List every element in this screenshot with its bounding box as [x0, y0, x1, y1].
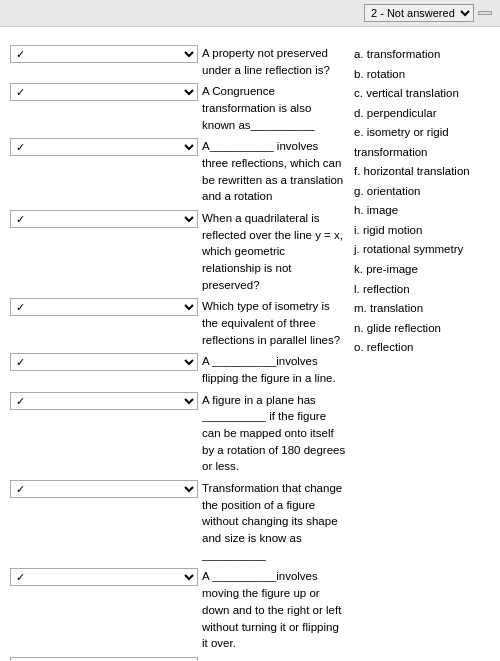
- question-text-4: When a quadrilateral is reflected over t…: [202, 210, 346, 293]
- answer-select-3[interactable]: ✓a. transformationb. rotationc. vertical…: [10, 138, 198, 156]
- answer-item-11: k. pre-image: [354, 260, 490, 280]
- question-row: ✓a. transformationb. rotationc. vertical…: [10, 210, 346, 293]
- question-text-5: Which type of isometry is the equivalent…: [202, 298, 346, 348]
- answer-item-7: g. orientation: [354, 182, 490, 202]
- answer-select-10[interactable]: ✓a. transformationb. rotationc. vertical…: [10, 657, 198, 661]
- answer-item-14: n. glide reflection: [354, 319, 490, 339]
- question-text-6: A __________involves flipping the figure…: [202, 353, 346, 386]
- main-content: ✓a. transformationb. rotationc. vertical…: [0, 27, 500, 661]
- answer-item-9: i. rigid motion: [354, 221, 490, 241]
- answer-select-9[interactable]: ✓a. transformationb. rotationc. vertical…: [10, 568, 198, 586]
- question-text-3: A__________ involves three reflections, …: [202, 138, 346, 205]
- goto-button[interactable]: [478, 11, 492, 15]
- question-text-7: A figure in a plane has __________ if th…: [202, 392, 346, 475]
- answer-select-1[interactable]: ✓a. transformationb. rotationc. vertical…: [10, 45, 198, 63]
- question-row: ✓a. transformationb. rotationc. vertical…: [10, 568, 346, 651]
- answer-item-3: c. vertical translation: [354, 84, 490, 104]
- answer-item-12: l. reflection: [354, 280, 490, 300]
- question-row: ✓a. transformationb. rotationc. vertical…: [10, 298, 346, 348]
- answer-select-8[interactable]: ✓a. transformationb. rotationc. vertical…: [10, 480, 198, 498]
- question-text-10: A __________ is performed by sliding a p…: [202, 657, 346, 661]
- question-row: ✓a. transformationb. rotationc. vertical…: [10, 83, 346, 133]
- answer-select-6[interactable]: ✓a. transformationb. rotationc. vertical…: [10, 353, 198, 371]
- answer-item-5: e. isometry or rigid transformation: [354, 123, 490, 162]
- answer-item-2: b. rotation: [354, 65, 490, 85]
- answer-item-13: m. translation: [354, 299, 490, 319]
- question-row: ✓a. transformationb. rotationc. vertical…: [10, 657, 346, 661]
- question-row: ✓a. transformationb. rotationc. vertical…: [10, 45, 346, 78]
- question-text-8: Transformation that change the position …: [202, 480, 346, 563]
- questions-column: ✓a. transformationb. rotationc. vertical…: [10, 45, 346, 661]
- question-text-2: A Congruence transformation is also know…: [202, 83, 346, 133]
- answers-column: a. transformationb. rotationc. vertical …: [350, 45, 490, 661]
- question-row: ✓a. transformationb. rotationc. vertical…: [10, 392, 346, 475]
- answer-item-1: a. transformation: [354, 45, 490, 65]
- answer-item-15: o. reflection: [354, 338, 490, 358]
- answer-item-10: j. rotational symmetry: [354, 240, 490, 260]
- answer-select-5[interactable]: ✓a. transformationb. rotationc. vertical…: [10, 298, 198, 316]
- answer-item-6: f. horizontal translation: [354, 162, 490, 182]
- two-column-layout: ✓a. transformationb. rotationc. vertical…: [10, 45, 490, 661]
- goto-select[interactable]: 2 - Not answered: [364, 4, 474, 22]
- question-row: ✓a. transformationb. rotationc. vertical…: [10, 480, 346, 563]
- top-bar: 2 - Not answered: [0, 0, 500, 27]
- answer-select-7[interactable]: ✓a. transformationb. rotationc. vertical…: [10, 392, 198, 410]
- answer-select-2[interactable]: ✓a. transformationb. rotationc. vertical…: [10, 83, 198, 101]
- question-row: ✓a. transformationb. rotationc. vertical…: [10, 138, 346, 205]
- question-text-9: A __________involves moving the figure u…: [202, 568, 346, 651]
- question-text-1: A property not preserved under a line re…: [202, 45, 346, 78]
- answer-item-8: h. image: [354, 201, 490, 221]
- answer-select-4[interactable]: ✓a. transformationb. rotationc. vertical…: [10, 210, 198, 228]
- answer-item-4: d. perpendicular: [354, 104, 490, 124]
- question-row: ✓a. transformationb. rotationc. vertical…: [10, 353, 346, 386]
